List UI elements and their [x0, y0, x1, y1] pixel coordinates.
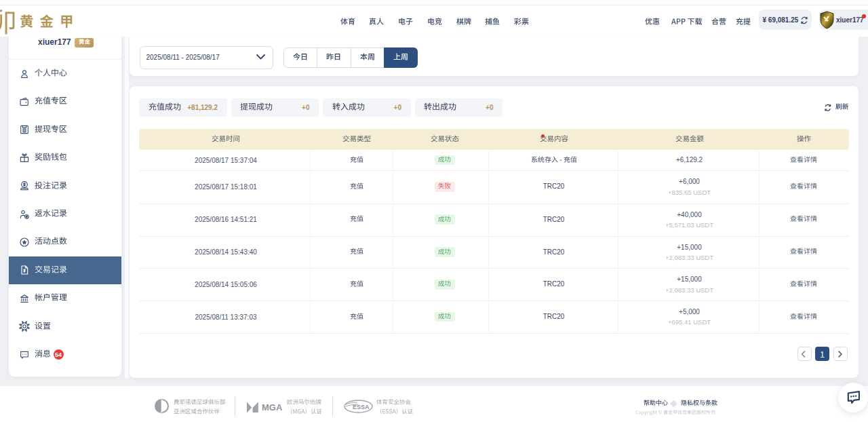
- svg-text:ESSA: ESSA: [353, 404, 370, 410]
